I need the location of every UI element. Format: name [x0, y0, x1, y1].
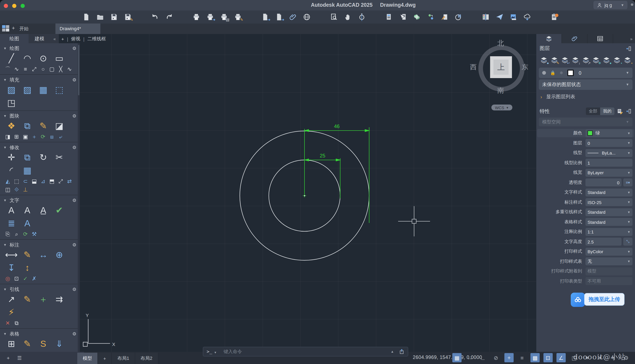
linear-dim-icon[interactable]: ↔	[35, 248, 51, 261]
create-block-icon[interactable]: ⧉	[19, 119, 35, 132]
command-history-button[interactable]: ▲	[390, 350, 394, 354]
arc-icon[interactable]: ◠	[19, 52, 35, 65]
text-brush-icon[interactable]: A	[19, 204, 35, 217]
property-value-control[interactable]: ByColor▼	[586, 248, 632, 256]
drawing-canvas[interactable]: + | 俯视 | 二维线框 46	[59, 34, 536, 352]
share-drawing-icon[interactable]	[496, 13, 504, 21]
layer-isolate-icon[interactable]: ↓	[571, 56, 579, 64]
quick-select-icon[interactable]	[399, 13, 407, 21]
property-extra-button[interactable]: ⤡	[623, 238, 632, 246]
table-icon[interactable]: ⊞	[3, 337, 19, 350]
gear-icon[interactable]: ⚙	[72, 77, 76, 83]
table-brush-icon[interactable]: ✎	[19, 337, 35, 350]
align-leaders-icon[interactable]: ⇉	[51, 293, 67, 306]
drawing-compare-icon[interactable]	[482, 13, 490, 21]
tab-layout1[interactable]: 布局1	[112, 353, 135, 364]
box-icon[interactable]: ⬓	[30, 177, 39, 185]
undo-icon[interactable]	[151, 13, 159, 21]
zoom-window-button[interactable]	[20, 4, 25, 8]
scale-icon[interactable]: ⤢	[56, 177, 65, 185]
batch-plot-icon[interactable]: ▤	[220, 13, 228, 21]
gear-icon[interactable]: ⚙	[72, 46, 76, 51]
ortho-mode-toggle[interactable]: ∟	[478, 353, 488, 362]
data-link-icon[interactable]: S	[35, 337, 51, 350]
dim-brush-icon[interactable]: ✎	[19, 248, 35, 261]
save-as-icon[interactable]: ✎	[124, 13, 132, 21]
dim-check-icon[interactable]: ✓	[21, 274, 30, 282]
property-value-control[interactable]: 0▼	[586, 178, 622, 186]
tab-start[interactable]: 开始	[19, 26, 28, 32]
trim-icon[interactable]: ✂	[51, 151, 67, 164]
import-icon[interactable]: ➜	[261, 13, 269, 21]
property-value-control[interactable]: 绿▼	[586, 129, 632, 137]
tab-layout2[interactable]: 布局2	[135, 353, 158, 364]
layer-off-icon[interactable]: ●	[602, 56, 611, 64]
tab-drawing4[interactable]: Drawing4*	[56, 24, 100, 34]
share-icon[interactable]	[399, 349, 404, 354]
clean-icon[interactable]: ⊥	[21, 185, 30, 194]
property-value-control[interactable]: ByLayer▼	[586, 168, 632, 176]
property-extra-button[interactable]: ≡▾	[623, 178, 632, 186]
polyline-icon[interactable]: ∿	[12, 65, 21, 73]
lineweight-display-toggle[interactable]: ≡	[518, 353, 527, 362]
gradient-icon[interactable]: ▦	[35, 83, 51, 96]
point-divide-icon[interactable]: ╳	[56, 65, 65, 73]
taper-icon[interactable]: ⊿	[39, 177, 48, 185]
viewcube-face[interactable]: 上	[490, 56, 512, 78]
palette-menu-button[interactable]: ☰	[17, 355, 22, 361]
add-layout-button[interactable]: +	[98, 353, 112, 364]
filter-all-button[interactable]: 全部	[586, 108, 600, 115]
center-mark-icon[interactable]: ⊕	[51, 248, 67, 261]
snap-mode-toggle[interactable]: ∷	[465, 353, 474, 362]
measure-icon[interactable]: ⤢	[30, 65, 39, 73]
property-value-control[interactable]: ISO-25▼	[586, 198, 632, 206]
properties-palette-icon[interactable]	[385, 13, 393, 21]
layer-states-dropdown[interactable]: 未保存的图层状态 ▼	[539, 79, 632, 90]
dim-precision-icon[interactable]: ⊡	[12, 274, 21, 282]
array-icon[interactable]: ▦	[19, 164, 35, 177]
annotation-visibility-toggle[interactable]: ✶	[582, 353, 592, 362]
multiline-icon[interactable]: ≡	[21, 65, 30, 73]
dim-oblique-icon[interactable]: ✗	[30, 274, 39, 282]
revision-cloud-icon[interactable]: ▢	[48, 65, 56, 73]
move-icon[interactable]: ✛	[3, 151, 19, 164]
layer-previous-icon[interactable]: ↩	[561, 56, 569, 64]
pin-panel-icon[interactable]	[626, 108, 632, 114]
property-value-control[interactable]: 0▼	[586, 139, 632, 147]
rotate-icon[interactable]: ↻	[35, 151, 51, 164]
leader-brush-icon[interactable]: ✎	[19, 293, 35, 306]
new-file-icon[interactable]	[82, 13, 90, 21]
copy-icon[interactable]: ⧉	[19, 151, 35, 164]
property-value-control[interactable]: 1▼	[586, 159, 632, 167]
close-window-button[interactable]	[4, 4, 8, 8]
app-menu-icon[interactable]	[2, 25, 10, 32]
align-icon[interactable]: ◫	[3, 185, 12, 194]
block-table-icon[interactable]: ⊞	[12, 132, 21, 141]
layer-select-dropdown[interactable]: 🔒 ❄ 0 ▼	[539, 68, 632, 78]
dynamic-input-toggle[interactable]: ＋	[504, 353, 514, 362]
geographic-location-icon[interactable]	[413, 13, 421, 21]
add-to-block-icon[interactable]: ＋	[30, 132, 39, 141]
property-value-control[interactable]: 2.5▼	[586, 238, 622, 246]
command-line[interactable]: >_ ▼ 键入命令 ▲	[203, 347, 408, 356]
insert-block-icon[interactable]: ❖	[3, 119, 19, 132]
tab-references[interactable]	[562, 34, 588, 43]
grid-display-toggle[interactable]: ▦	[452, 353, 462, 362]
tab-draw[interactable]: 绘图	[0, 34, 28, 43]
layer-match-icon[interactable]: ✎	[550, 56, 558, 64]
data-sync-icon[interactable]: ⟳	[12, 350, 21, 352]
property-value-control[interactable]: 1:1▼	[586, 228, 632, 236]
remove-leader-icon[interactable]: ✕	[3, 319, 12, 327]
fillet-icon[interactable]: ◜	[3, 164, 19, 177]
save-icon[interactable]	[110, 13, 118, 21]
rectangle-icon[interactable]: ▭	[51, 52, 67, 65]
add-leader-icon[interactable]: ＋	[35, 293, 51, 306]
gear-icon[interactable]: ⚙	[72, 242, 76, 248]
mtext-icon[interactable]: A	[3, 204, 19, 217]
property-value-control[interactable]: Standard▼	[586, 218, 632, 226]
plot-preview-icon[interactable]: ➜	[206, 13, 214, 21]
collect-leaders-icon[interactable]: ⧉	[12, 319, 21, 327]
dimension-46[interactable]	[303, 127, 369, 223]
data-export-icon[interactable]: ⇓	[51, 337, 67, 350]
annotation-autoscale-toggle[interactable]: ✶	[596, 353, 605, 362]
